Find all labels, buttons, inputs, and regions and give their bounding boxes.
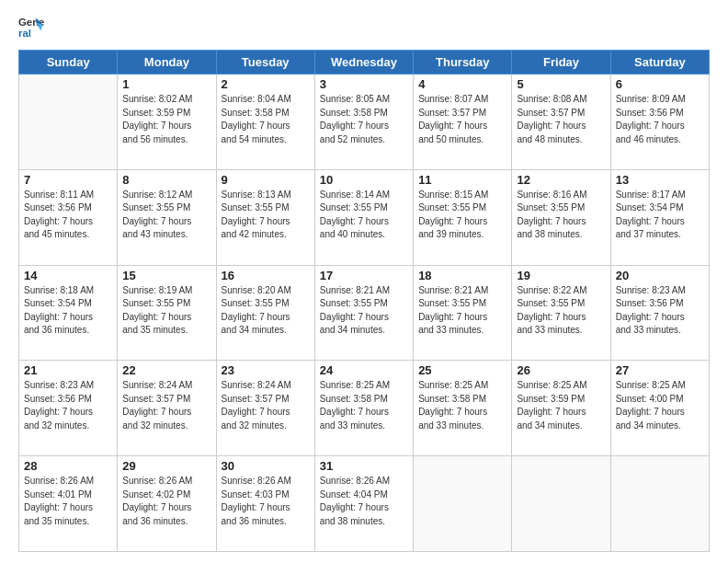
- calendar-cell: 25Sunrise: 8:25 AMSunset: 3:58 PMDayligh…: [414, 361, 512, 456]
- day-number: 3: [320, 77, 408, 91]
- weekday-header: Monday: [118, 51, 216, 75]
- calendar-week-row: 28Sunrise: 8:26 AMSunset: 4:01 PMDayligh…: [19, 456, 710, 552]
- cell-info: Sunrise: 8:16 AMSunset: 3:55 PMDaylight:…: [517, 189, 605, 242]
- day-number: 29: [122, 459, 210, 473]
- day-number: 23: [222, 363, 310, 377]
- day-number: 13: [616, 173, 704, 187]
- day-number: 16: [222, 269, 310, 282]
- cell-info: Sunrise: 8:23 AMSunset: 3:56 PMDaylight:…: [24, 379, 112, 432]
- cell-info: Sunrise: 8:13 AMSunset: 3:55 PMDaylight:…: [222, 189, 310, 242]
- cell-info: Sunrise: 8:19 AMSunset: 3:55 PMDaylight:…: [122, 284, 210, 338]
- svg-text:ral: ral: [18, 28, 31, 39]
- calendar-cell: 30Sunrise: 8:26 AMSunset: 4:03 PMDayligh…: [216, 456, 314, 552]
- cell-info: Sunrise: 8:05 AMSunset: 3:58 PMDaylight:…: [320, 93, 408, 146]
- cell-info: Sunrise: 8:25 AMSunset: 4:00 PMDaylight:…: [616, 379, 704, 432]
- calendar-cell: 20Sunrise: 8:23 AMSunset: 3:56 PMDayligh…: [610, 265, 709, 361]
- cell-info: Sunrise: 8:02 AMSunset: 3:59 PMDaylight:…: [122, 93, 210, 146]
- day-number: 2: [222, 77, 310, 91]
- day-number: 4: [418, 77, 506, 91]
- cell-info: Sunrise: 8:17 AMSunset: 3:54 PMDaylight:…: [616, 189, 704, 242]
- cell-info: Sunrise: 8:09 AMSunset: 3:56 PMDaylight:…: [616, 93, 704, 146]
- cell-info: Sunrise: 8:21 AMSunset: 3:55 PMDaylight:…: [320, 284, 408, 338]
- calendar-cell: 18Sunrise: 8:21 AMSunset: 3:55 PMDayligh…: [414, 265, 512, 361]
- day-number: 21: [24, 363, 112, 377]
- day-number: 24: [320, 363, 408, 377]
- weekday-header: Thursday: [414, 51, 512, 75]
- calendar-cell: 3Sunrise: 8:05 AMSunset: 3:58 PMDaylight…: [314, 75, 413, 170]
- day-number: 1: [122, 77, 210, 91]
- calendar-cell: 23Sunrise: 8:24 AMSunset: 3:57 PMDayligh…: [216, 361, 314, 456]
- calendar-cell: 1Sunrise: 8:02 AMSunset: 3:59 PMDaylight…: [118, 75, 216, 170]
- weekday-header: Saturday: [610, 51, 709, 75]
- day-number: 31: [320, 459, 408, 473]
- cell-info: Sunrise: 8:18 AMSunset: 3:54 PMDaylight:…: [24, 284, 112, 338]
- day-number: 12: [517, 173, 605, 187]
- calendar-cell: [512, 456, 610, 552]
- cell-info: Sunrise: 8:15 AMSunset: 3:55 PMDaylight:…: [418, 189, 506, 242]
- calendar-week-row: 14Sunrise: 8:18 AMSunset: 3:54 PMDayligh…: [19, 265, 710, 361]
- day-number: 10: [320, 173, 408, 187]
- logo-icon: Gene ral: [18, 15, 44, 40]
- calendar-cell: 28Sunrise: 8:26 AMSunset: 4:01 PMDayligh…: [19, 456, 118, 552]
- day-number: 27: [616, 363, 704, 377]
- cell-info: Sunrise: 8:14 AMSunset: 3:55 PMDaylight:…: [320, 189, 408, 242]
- weekday-header: Wednesday: [314, 51, 413, 75]
- weekday-header: Friday: [512, 51, 610, 75]
- calendar-cell: 13Sunrise: 8:17 AMSunset: 3:54 PMDayligh…: [610, 169, 709, 265]
- calendar-cell: 14Sunrise: 8:18 AMSunset: 3:54 PMDayligh…: [19, 265, 118, 361]
- calendar-cell: 19Sunrise: 8:22 AMSunset: 3:55 PMDayligh…: [512, 265, 610, 361]
- calendar-cell: 21Sunrise: 8:23 AMSunset: 3:56 PMDayligh…: [19, 361, 118, 456]
- day-number: 30: [222, 459, 310, 473]
- calendar-cell: 7Sunrise: 8:11 AMSunset: 3:56 PMDaylight…: [19, 169, 118, 265]
- calendar-cell: 10Sunrise: 8:14 AMSunset: 3:55 PMDayligh…: [314, 169, 413, 265]
- calendar-cell: 8Sunrise: 8:12 AMSunset: 3:55 PMDaylight…: [118, 169, 216, 265]
- calendar-cell: 27Sunrise: 8:25 AMSunset: 4:00 PMDayligh…: [610, 361, 709, 456]
- logo: Gene ral: [18, 15, 48, 40]
- calendar-cell: 9Sunrise: 8:13 AMSunset: 3:55 PMDaylight…: [216, 169, 314, 265]
- day-number: 11: [418, 173, 506, 187]
- day-number: 18: [418, 269, 506, 282]
- calendar-week-row: 7Sunrise: 8:11 AMSunset: 3:56 PMDaylight…: [19, 169, 710, 265]
- cell-info: Sunrise: 8:08 AMSunset: 3:57 PMDaylight:…: [517, 93, 605, 146]
- page: Gene ral SundayMondayTuesdayWednesdayThu…: [0, 0, 728, 563]
- calendar-week-row: 1Sunrise: 8:02 AMSunset: 3:59 PMDaylight…: [19, 75, 710, 170]
- day-number: 8: [122, 173, 210, 187]
- weekday-header: Tuesday: [216, 51, 314, 75]
- calendar-cell: 17Sunrise: 8:21 AMSunset: 3:55 PMDayligh…: [314, 265, 413, 361]
- cell-info: Sunrise: 8:25 AMSunset: 3:58 PMDaylight:…: [418, 379, 506, 432]
- cell-info: Sunrise: 8:12 AMSunset: 3:55 PMDaylight:…: [122, 189, 210, 242]
- calendar-cell: [19, 75, 118, 170]
- day-number: 9: [222, 173, 310, 187]
- day-number: 19: [517, 269, 605, 282]
- day-number: 22: [122, 363, 210, 377]
- calendar-cell: [610, 456, 709, 552]
- cell-info: Sunrise: 8:26 AMSunset: 4:01 PMDaylight:…: [24, 475, 112, 528]
- day-number: 25: [418, 363, 506, 377]
- calendar-cell: 6Sunrise: 8:09 AMSunset: 3:56 PMDaylight…: [610, 75, 709, 170]
- cell-info: Sunrise: 8:07 AMSunset: 3:57 PMDaylight:…: [418, 93, 506, 146]
- cell-info: Sunrise: 8:25 AMSunset: 3:58 PMDaylight:…: [320, 379, 408, 432]
- cell-info: Sunrise: 8:11 AMSunset: 3:56 PMDaylight:…: [24, 189, 112, 242]
- cell-info: Sunrise: 8:24 AMSunset: 3:57 PMDaylight:…: [222, 379, 310, 432]
- day-number: 5: [517, 77, 605, 91]
- day-number: 28: [24, 459, 112, 473]
- calendar-cell: 29Sunrise: 8:26 AMSunset: 4:02 PMDayligh…: [118, 456, 216, 552]
- cell-info: Sunrise: 8:22 AMSunset: 3:55 PMDaylight:…: [517, 284, 605, 338]
- calendar-cell: 5Sunrise: 8:08 AMSunset: 3:57 PMDaylight…: [512, 75, 610, 170]
- calendar-cell: 12Sunrise: 8:16 AMSunset: 3:55 PMDayligh…: [512, 169, 610, 265]
- header: Gene ral: [18, 15, 710, 40]
- cell-info: Sunrise: 8:04 AMSunset: 3:58 PMDaylight:…: [222, 93, 310, 146]
- calendar-cell: 11Sunrise: 8:15 AMSunset: 3:55 PMDayligh…: [414, 169, 512, 265]
- calendar-cell: 22Sunrise: 8:24 AMSunset: 3:57 PMDayligh…: [118, 361, 216, 456]
- cell-info: Sunrise: 8:23 AMSunset: 3:56 PMDaylight:…: [616, 284, 704, 338]
- day-number: 14: [24, 269, 112, 282]
- day-number: 6: [616, 77, 704, 91]
- calendar-cell: 26Sunrise: 8:25 AMSunset: 3:59 PMDayligh…: [512, 361, 610, 456]
- calendar-cell: 4Sunrise: 8:07 AMSunset: 3:57 PMDaylight…: [414, 75, 512, 170]
- cell-info: Sunrise: 8:26 AMSunset: 4:02 PMDaylight:…: [122, 475, 210, 528]
- cell-info: Sunrise: 8:20 AMSunset: 3:55 PMDaylight:…: [222, 284, 310, 338]
- day-number: 26: [517, 363, 605, 377]
- calendar-cell: 15Sunrise: 8:19 AMSunset: 3:55 PMDayligh…: [118, 265, 216, 361]
- cell-info: Sunrise: 8:25 AMSunset: 3:59 PMDaylight:…: [517, 379, 605, 432]
- weekday-header: Sunday: [19, 51, 118, 75]
